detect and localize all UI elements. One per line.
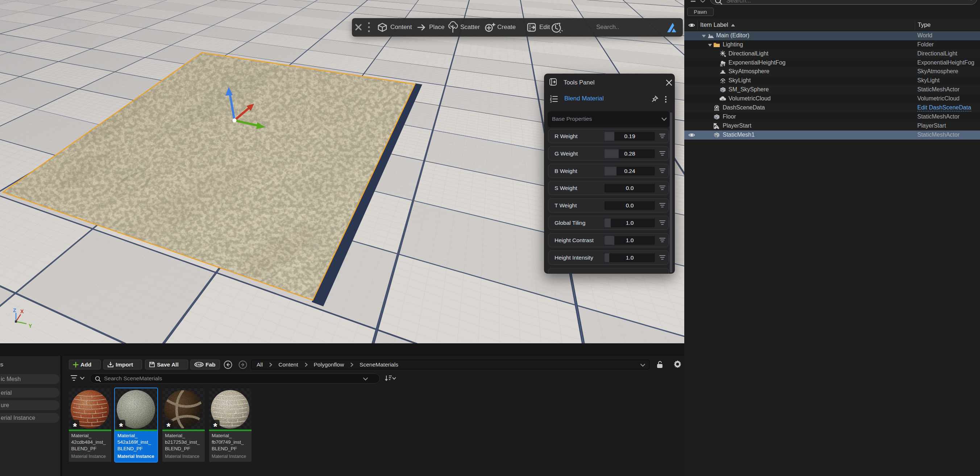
svg-text:Z: Z — [13, 307, 16, 313]
svg-text:FAB: FAB — [196, 363, 202, 366]
svg-text:X: X — [20, 309, 24, 314]
svg-text:Y: Y — [29, 323, 32, 329]
